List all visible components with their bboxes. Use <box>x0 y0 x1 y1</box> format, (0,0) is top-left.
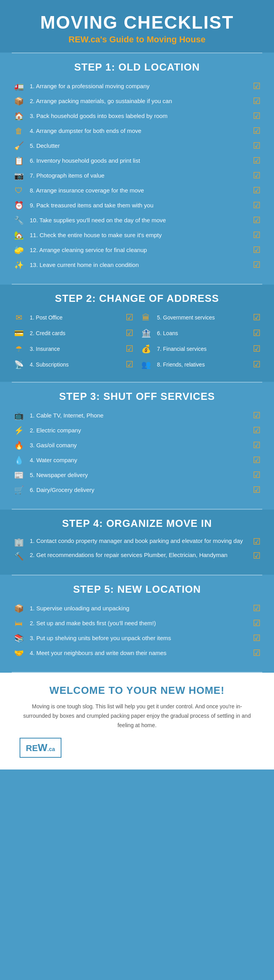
check-icon: ☑ <box>251 245 262 255</box>
item-text: 4. Arrange dumpster for both ends of mov… <box>30 127 247 135</box>
item-text: 1. Supervise unloading and unpacking <box>30 604 247 612</box>
check-icon: ☑ <box>251 537 262 547</box>
list-item: 🛏2. Set up and make beds first (you'll n… <box>12 617 262 629</box>
item-icon: 🛡 <box>12 186 26 195</box>
item-icon: 👥 <box>139 360 153 369</box>
check-icon: ☑ <box>251 200 262 211</box>
welcome-text: Moving is one tough slog. This list will… <box>20 702 254 730</box>
item-icon: ⏰ <box>12 201 26 210</box>
step2-section: STEP 2: CHANGE OF ADDRESS ✉1. Post Offic… <box>0 285 274 382</box>
step1-title: STEP 1: OLD LOCATION <box>12 61 262 73</box>
step4-list: 🏢1. Contact condo property manager and b… <box>12 537 262 561</box>
main-subtitle: REW.ca's Guide to Moving House <box>8 34 266 45</box>
item-text: 8. Arrange insurance coverage for the mo… <box>30 187 247 194</box>
item-icon: 📚 <box>12 633 26 643</box>
item-text: 7. Financial services <box>157 345 247 352</box>
item-text: 5. Declutter <box>30 142 247 150</box>
list-item: 💧4. Water company☑ <box>12 454 262 466</box>
item-text: 2. Arrange packing materials, go sustain… <box>30 97 247 105</box>
check-icon: ☑ <box>251 328 262 338</box>
check-icon: ☑ <box>124 344 135 354</box>
item-icon: ⚡ <box>12 426 26 435</box>
header: MOVING CHECKLIST REW.ca's Guide to Movin… <box>0 0 274 53</box>
item-text: 11. Check the entire house to make sure … <box>30 231 247 239</box>
list-item: 🚛1. Arrange for a professional moving co… <box>12 80 262 92</box>
logo-box: REW.ca <box>20 738 61 758</box>
item-text: 4. Water company <box>30 456 247 464</box>
check-icon: ☑ <box>251 618 262 628</box>
item-icon: 💧 <box>12 456 26 465</box>
list-item: 🏠3. Pack household goods into boxes labe… <box>12 110 262 122</box>
item-text: 2. Get recommendations for repair servic… <box>30 551 247 560</box>
item-icon: 💳 <box>12 328 26 338</box>
check-icon: ☑ <box>251 126 262 136</box>
list-item: 📡4. Subscriptions☑ <box>12 359 135 370</box>
item-icon: 🏛 <box>139 313 153 322</box>
item-text: 13. Leave current home in clean conditio… <box>30 261 247 269</box>
step4-section: STEP 4: ORGANIZE MOVE IN 🏢1. Contact con… <box>0 510 274 575</box>
item-text: 1. Contact condo property manager and bo… <box>30 537 247 546</box>
welcome-title: WELCOME TO YOUR NEW HOME! <box>20 684 254 697</box>
list-item: 🧹5. Declutter☑ <box>12 140 262 152</box>
item-text: 8. Friends, relatives <box>157 361 247 368</box>
step3-section: STEP 3: SHUT OFF SERVICES 📺1. Cable TV, … <box>0 383 274 509</box>
item-icon: 📋 <box>12 156 26 165</box>
list-item: ⚡2. Electric company☑ <box>12 425 262 436</box>
list-item: 📷7. Photograph items of value☑ <box>12 170 262 181</box>
item-text: 6. Dairy/Grocery delivery <box>30 486 247 494</box>
item-text: 9. Pack treasured items and take them wi… <box>30 201 247 209</box>
step5-section: STEP 5: NEW LOCATION 📦1. Supervise unloa… <box>0 575 274 672</box>
item-icon: 📦 <box>12 96 26 106</box>
list-item: 🛡8. Arrange insurance coverage for the m… <box>12 185 262 196</box>
list-item: 📰5. Newspaper delivery☑ <box>12 469 262 481</box>
logo-text: REW.ca <box>26 742 55 754</box>
item-icon: 🤝 <box>12 648 26 658</box>
item-icon: 🗑 <box>12 127 26 136</box>
item-icon: 🚛 <box>12 82 26 91</box>
item-text: 3. Insurance <box>30 345 120 352</box>
check-icon: ☑ <box>251 551 262 561</box>
list-item: 📦2. Arrange packing materials, go sustai… <box>12 95 262 107</box>
check-icon: ☑ <box>251 96 262 106</box>
list-item: 🏡11. Check the entire house to make sure… <box>12 229 262 241</box>
item-text: 2. Electric company <box>30 426 247 434</box>
check-icon: ☑ <box>251 344 262 354</box>
step1-section: STEP 1: OLD LOCATION 🚛1. Arrange for a p… <box>0 53 274 284</box>
list-item: 💰7. Financial services☑ <box>139 343 262 355</box>
check-icon: ☑ <box>251 425 262 436</box>
item-icon: 📦 <box>12 604 26 613</box>
item-text: 1. Cable TV, Internet, Phone <box>30 412 247 419</box>
item-text: 12. Arrange cleaning service for final c… <box>30 246 247 254</box>
list-item: 🔨2. Get recommendations for repair servi… <box>12 551 262 561</box>
list-item: 🛒6. Dairy/Grocery delivery☑ <box>12 484 262 496</box>
item-text: 5. Government services <box>157 314 247 321</box>
list-item: 🔧10. Take supplies you'll need on the da… <box>12 214 262 226</box>
check-icon: ☑ <box>251 141 262 151</box>
check-icon: ☑ <box>251 470 262 480</box>
list-item: 🧽12. Arrange cleaning service for final … <box>12 244 262 256</box>
item-text: 6. Loans <box>157 330 247 337</box>
check-icon: ☑ <box>251 171 262 181</box>
item-text: 2. Set up and make beds first (you'll ne… <box>30 619 247 627</box>
item-text: 1. Post Office <box>30 314 120 321</box>
item-icon: 🧽 <box>12 245 26 255</box>
item-text: 2. Credit cards <box>30 330 120 337</box>
item-text: 7. Photograph items of value <box>30 172 247 180</box>
list-item: 🏛5. Government services☑ <box>139 312 262 323</box>
list-item: ⏰9. Pack treasured items and take them w… <box>12 200 262 211</box>
check-icon: ☑ <box>251 81 262 91</box>
check-icon: ☑ <box>251 185 262 196</box>
item-icon: 📰 <box>12 470 26 480</box>
item-icon: 🏦 <box>139 328 153 338</box>
main-title: MOVING CHECKLIST <box>8 12 266 33</box>
item-icon: 🏢 <box>12 537 26 547</box>
list-item: 🔥3. Gas/oil comany☑ <box>12 439 262 451</box>
item-text: 4. Subscriptions <box>30 361 120 368</box>
item-icon: 🛒 <box>12 485 26 495</box>
check-icon: ☑ <box>251 312 262 323</box>
list-item: 📺1. Cable TV, Internet, Phone☑ <box>12 410 262 421</box>
check-icon: ☑ <box>124 328 135 338</box>
check-icon: ☑ <box>251 633 262 643</box>
item-text: 5. Newspaper delivery <box>30 471 247 479</box>
item-icon: 🧹 <box>12 141 26 151</box>
